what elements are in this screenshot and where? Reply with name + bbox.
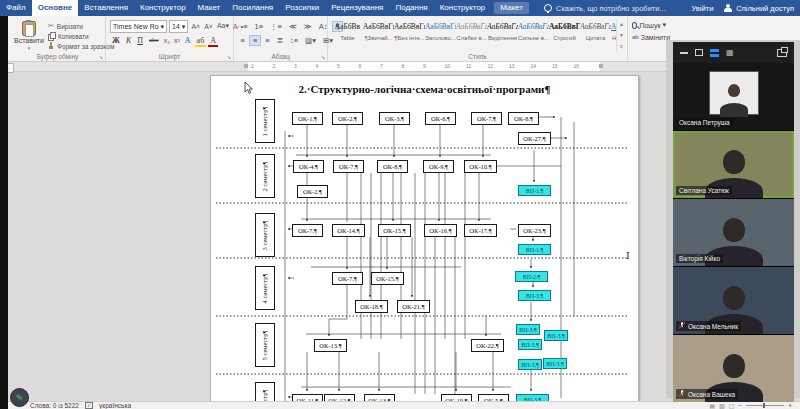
vp-elective-box[interactable]: ВП-3.¶	[518, 339, 542, 350]
align-center-button[interactable]: ≡	[249, 35, 260, 46]
ok-course-box[interactable]: ОК-15.¶	[371, 272, 404, 285]
ok-course-box[interactable]: ОК-22.¶	[471, 339, 504, 352]
tell-me-search[interactable]: Скажіть, що потрібно зробити...	[544, 4, 666, 13]
ribbon-tab[interactable]: Рецензування	[325, 0, 389, 16]
ok-course-box[interactable]: ОК-8.¶	[377, 160, 408, 173]
vp-elective-box[interactable]: ВП-3.¶	[516, 394, 549, 401]
participant-tile[interactable]: Оксана Петруша	[673, 63, 794, 130]
ribbon-tab[interactable]: Основне	[32, 0, 79, 16]
restore-icon[interactable]	[695, 49, 703, 56]
annotate-pencil-button[interactable]: ✎	[10, 388, 29, 407]
ribbon-tab[interactable]: Файл	[0, 0, 32, 16]
zoom-slider[interactable]	[746, 405, 784, 406]
ok-course-box[interactable]: ОК-10.¶	[464, 160, 497, 173]
minimize-icon[interactable]	[680, 52, 688, 54]
style-gallery-item[interactable]: АаБбВвГгСтрогий	[549, 19, 580, 51]
participant-tile[interactable]: Світлана Усатюк	[673, 130, 794, 198]
strikethrough-button[interactable]: abc	[147, 36, 161, 44]
zoom-in-button[interactable]: +	[788, 402, 792, 409]
style-gallery-item[interactable]: АаБбВвГг¶Без інте...	[394, 19, 425, 51]
ok-course-box[interactable]: ОК-9.¶	[423, 160, 454, 173]
gallery-view-icon[interactable]: ▦	[726, 49, 734, 57]
ok-course-box[interactable]: ОК-7.¶	[471, 112, 502, 125]
ok-course-box[interactable]: ОК-19.¶	[441, 394, 472, 401]
sign-in-button[interactable]: Увійти	[692, 4, 714, 13]
ok-course-box[interactable]: ОК-2.¶	[332, 112, 363, 125]
clipboard-dialog-launcher[interactable]: ↘	[98, 54, 103, 60]
style-gallery-item[interactable]: АаБбВвГгВиділення	[487, 19, 518, 51]
ok-course-box[interactable]: ОК-13.¶	[364, 394, 395, 401]
ok-course-box[interactable]: ОК-18.¶	[355, 300, 388, 313]
style-gallery-item[interactable]: АаБбВвTable	[332, 19, 363, 51]
line-spacing-button[interactable]: ↕≡	[287, 36, 300, 45]
ok-course-box[interactable]: ОК-5.¶	[478, 394, 509, 401]
ok-course-box[interactable]: ОК-4.¶	[293, 160, 324, 173]
text-effects-button[interactable]: А	[183, 36, 193, 45]
vp-elective-box[interactable]: ВП-2.¶	[515, 271, 548, 282]
document-page[interactable]: 2.·Структурно-логічна·схема·освітньої·пр…	[210, 75, 639, 401]
font-size-select[interactable]: 14 ▾	[169, 20, 188, 33]
paragraph-dialog-launcher[interactable]: ↘	[320, 54, 325, 60]
style-gallery-item[interactable]: АаБбВвГгСильне в...	[518, 19, 549, 51]
ok-course-box[interactable]: ОК-7.¶	[292, 224, 323, 237]
numbering-button[interactable]: 1≡	[252, 22, 266, 31]
increase-indent-button[interactable]: ≫	[301, 22, 314, 31]
multilevel-list-button[interactable]: ⋮≡	[268, 22, 285, 31]
ok-course-box[interactable]: ОК-1.¶	[292, 112, 323, 125]
zoom-slider-thumb[interactable]	[763, 403, 765, 408]
popout-icon[interactable]	[777, 49, 787, 57]
vp-elective-box[interactable]: ВП-3.¶	[518, 359, 542, 370]
ribbon-tab[interactable]: Посилання	[226, 0, 279, 16]
ribbon-tab[interactable]: Розсилки	[279, 0, 325, 16]
shrink-font-button[interactable]: A˅	[203, 23, 214, 30]
proofing-icon[interactable]: ✓	[85, 402, 93, 409]
language-status[interactable]: українська	[99, 402, 131, 409]
font-family-select[interactable]: Times New Ro ▾	[110, 20, 167, 33]
ok-course-box[interactable]: ОК-2.¶	[297, 185, 328, 198]
vp-elective-box[interactable]: ВП-1.¶	[518, 244, 551, 255]
vp-elective-box[interactable]: ВП-3.¶	[516, 324, 540, 335]
ok-course-box[interactable]: ОК-13.¶	[314, 339, 347, 352]
ok-course-box[interactable]: ОК-27.¶	[518, 132, 551, 145]
style-gallery-item[interactable]: АаБбВвГгЗаголово...	[425, 19, 456, 51]
cut-button[interactable]: ✂Вирізати	[48, 22, 114, 30]
ribbon-tab[interactable]: Макет	[494, 2, 529, 14]
left-margin-marker[interactable]	[244, 64, 248, 68]
ok-course-box[interactable]: ОК-12.¶	[324, 394, 355, 401]
superscript-button[interactable]: x²	[173, 37, 181, 44]
web-layout-icon[interactable]: ▢	[729, 402, 735, 409]
ok-course-box[interactable]: ОК-7.¶	[332, 272, 363, 285]
ribbon-tab[interactable]: Вставлення	[78, 0, 134, 16]
ribbon-tab[interactable]: Подання	[389, 0, 433, 16]
document-area[interactable]: 2.·Структурно-логічна·схема·освітньої·пр…	[8, 71, 665, 401]
bold-button[interactable]: Ж	[110, 36, 122, 45]
read-mode-icon[interactable]: ▤	[709, 402, 715, 409]
share-button[interactable]: Спільний доступ	[723, 4, 794, 13]
print-layout-icon[interactable]: ▥	[719, 402, 725, 409]
word-count[interactable]: Слова: 0 із 5222	[30, 402, 79, 409]
speaker-view-icon[interactable]	[710, 49, 719, 57]
copy-button[interactable]: Копіювати	[48, 32, 114, 40]
paste-button[interactable]: Вставити ▾	[14, 19, 44, 51]
ok-course-box[interactable]: ОК-21.¶	[397, 300, 430, 313]
change-case-button[interactable]: Aa▾	[216, 22, 230, 30]
vp-elective-box[interactable]: ВП-3.¶	[543, 358, 567, 369]
decrease-indent-button[interactable]: ≪	[286, 22, 299, 31]
justify-button[interactable]: ≣	[274, 36, 285, 45]
vp-elective-box[interactable]: ВП-1.¶	[518, 185, 551, 196]
align-left-button[interactable]: ≡	[238, 36, 247, 45]
underline-button[interactable]: П	[135, 36, 145, 45]
replace-button[interactable]: abЗамінити	[632, 31, 666, 43]
subscript-button[interactable]: x₂	[163, 37, 171, 44]
ok-course-box[interactable]: ОК-7.¶	[333, 160, 364, 173]
format-painter-button[interactable]: Формат за зразком	[48, 42, 114, 50]
right-margin-marker[interactable]	[599, 64, 603, 68]
styles-gallery-scroll[interactable]: ▲▼≡	[616, 19, 626, 51]
ribbon-tab[interactable]: Конструктор	[434, 0, 492, 16]
ok-course-box[interactable]: ОК-14.¶	[332, 224, 365, 237]
zoom-out-button[interactable]: −	[738, 402, 742, 409]
vp-elective-box[interactable]: ВП-3.¶	[544, 330, 568, 341]
style-gallery-item[interactable]: АаБбВвГгЦитата	[580, 19, 611, 51]
style-gallery-item[interactable]: АаБбВвГгСлабке в...	[456, 19, 487, 51]
participant-tile[interactable]: Оксана Вашека	[673, 334, 794, 402]
